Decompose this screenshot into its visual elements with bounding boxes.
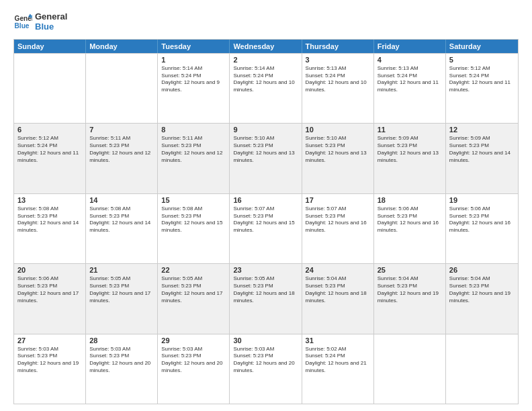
day-info: Sunrise: 5:14 AM Sunset: 5:24 PM Dayligh… <box>161 65 226 94</box>
day-info: Sunrise: 5:06 AM Sunset: 5:23 PM Dayligh… <box>449 205 515 234</box>
calendar-row: 27Sunrise: 5:03 AM Sunset: 5:23 PM Dayli… <box>14 334 518 404</box>
day-number: 12 <box>449 126 515 134</box>
calendar-day-cell: 29Sunrise: 5:03 AM Sunset: 5:23 PM Dayli… <box>158 334 230 404</box>
day-number: 19 <box>449 196 515 204</box>
calendar-row: 6Sunrise: 5:12 AM Sunset: 5:24 PM Daylig… <box>14 123 518 193</box>
day-info: Sunrise: 5:04 AM Sunset: 5:23 PM Dayligh… <box>378 275 442 304</box>
day-number: 27 <box>17 336 82 345</box>
day-number: 26 <box>449 266 515 274</box>
day-info: Sunrise: 5:04 AM Sunset: 5:23 PM Dayligh… <box>306 275 370 304</box>
calendar-row: 13Sunrise: 5:08 AM Sunset: 5:23 PM Dayli… <box>14 193 518 263</box>
calendar-day-cell: 8Sunrise: 5:11 AM Sunset: 5:23 PM Daylig… <box>158 124 230 193</box>
weekday-header: Monday <box>86 40 158 53</box>
calendar-day-cell: 20Sunrise: 5:06 AM Sunset: 5:23 PM Dayli… <box>14 264 86 333</box>
calendar-day-cell: 2Sunrise: 5:14 AM Sunset: 5:24 PM Daylig… <box>230 54 302 123</box>
day-info: Sunrise: 5:05 AM Sunset: 5:23 PM Dayligh… <box>161 275 226 304</box>
logo-general: General <box>35 12 67 22</box>
day-number: 14 <box>89 196 154 204</box>
calendar-empty-cell <box>86 54 158 123</box>
calendar-day-cell: 21Sunrise: 5:05 AM Sunset: 5:23 PM Dayli… <box>86 264 158 333</box>
calendar-day-cell: 27Sunrise: 5:03 AM Sunset: 5:23 PM Dayli… <box>14 334 86 404</box>
day-number: 24 <box>306 266 370 274</box>
day-info: Sunrise: 5:05 AM Sunset: 5:23 PM Dayligh… <box>89 275 154 304</box>
day-number: 28 <box>89 336 154 345</box>
calendar-day-cell: 16Sunrise: 5:07 AM Sunset: 5:23 PM Dayli… <box>230 194 302 263</box>
calendar: SundayMondayTuesdayWednesdayThursdayFrid… <box>13 39 519 404</box>
calendar-day-cell: 11Sunrise: 5:09 AM Sunset: 5:23 PM Dayli… <box>374 124 446 193</box>
day-info: Sunrise: 5:03 AM Sunset: 5:23 PM Dayligh… <box>17 346 82 375</box>
day-info: Sunrise: 5:08 AM Sunset: 5:23 PM Dayligh… <box>17 205 82 234</box>
calendar-day-cell: 4Sunrise: 5:13 AM Sunset: 5:24 PM Daylig… <box>374 54 446 123</box>
day-info: Sunrise: 5:06 AM Sunset: 5:23 PM Dayligh… <box>17 275 82 304</box>
day-info: Sunrise: 5:03 AM Sunset: 5:23 PM Dayligh… <box>161 346 226 375</box>
calendar-day-cell: 6Sunrise: 5:12 AM Sunset: 5:24 PM Daylig… <box>14 124 86 193</box>
weekday-header: Sunday <box>14 40 86 53</box>
calendar-day-cell: 10Sunrise: 5:10 AM Sunset: 5:23 PM Dayli… <box>302 124 374 193</box>
day-info: Sunrise: 5:08 AM Sunset: 5:23 PM Dayligh… <box>89 205 154 234</box>
calendar-empty-cell <box>446 334 518 404</box>
day-info: Sunrise: 5:10 AM Sunset: 5:23 PM Dayligh… <box>233 135 298 164</box>
day-info: Sunrise: 5:04 AM Sunset: 5:23 PM Dayligh… <box>449 275 515 304</box>
calendar-day-cell: 13Sunrise: 5:08 AM Sunset: 5:23 PM Dayli… <box>14 194 86 263</box>
header: General Blue General Blue <box>13 12 519 32</box>
day-number: 16 <box>233 196 298 204</box>
day-number: 13 <box>17 196 82 204</box>
page: General Blue General Blue SundayMondayTu… <box>0 0 532 411</box>
calendar-row: 20Sunrise: 5:06 AM Sunset: 5:23 PM Dayli… <box>14 263 518 333</box>
calendar-header: SundayMondayTuesdayWednesdayThursdayFrid… <box>14 40 518 53</box>
day-number: 1 <box>161 56 226 64</box>
day-info: Sunrise: 5:03 AM Sunset: 5:23 PM Dayligh… <box>233 346 298 375</box>
day-number: 10 <box>306 126 370 134</box>
logo-blue: Blue <box>35 22 67 32</box>
calendar-day-cell: 19Sunrise: 5:06 AM Sunset: 5:23 PM Dayli… <box>446 194 518 263</box>
calendar-day-cell: 24Sunrise: 5:04 AM Sunset: 5:23 PM Dayli… <box>302 264 374 333</box>
day-number: 31 <box>306 336 370 345</box>
calendar-day-cell: 7Sunrise: 5:11 AM Sunset: 5:23 PM Daylig… <box>86 124 158 193</box>
day-info: Sunrise: 5:09 AM Sunset: 5:23 PM Dayligh… <box>449 135 515 164</box>
calendar-day-cell: 1Sunrise: 5:14 AM Sunset: 5:24 PM Daylig… <box>158 54 230 123</box>
day-number: 17 <box>306 196 370 204</box>
logo-icon: General Blue <box>13 13 32 32</box>
day-number: 5 <box>449 56 515 64</box>
calendar-day-cell: 28Sunrise: 5:03 AM Sunset: 5:23 PM Dayli… <box>86 334 158 404</box>
day-info: Sunrise: 5:07 AM Sunset: 5:23 PM Dayligh… <box>306 205 370 234</box>
day-number: 21 <box>89 266 154 274</box>
weekday-header: Wednesday <box>230 40 302 53</box>
day-info: Sunrise: 5:12 AM Sunset: 5:24 PM Dayligh… <box>17 135 82 164</box>
day-info: Sunrise: 5:02 AM Sunset: 5:24 PM Dayligh… <box>306 346 370 375</box>
weekday-header: Friday <box>374 40 446 53</box>
day-number: 30 <box>233 336 298 345</box>
calendar-day-cell: 15Sunrise: 5:08 AM Sunset: 5:23 PM Dayli… <box>158 194 230 263</box>
calendar-day-cell: 22Sunrise: 5:05 AM Sunset: 5:23 PM Dayli… <box>158 264 230 333</box>
weekday-header: Saturday <box>446 40 518 53</box>
calendar-day-cell: 23Sunrise: 5:05 AM Sunset: 5:23 PM Dayli… <box>230 264 302 333</box>
day-info: Sunrise: 5:14 AM Sunset: 5:24 PM Dayligh… <box>233 65 298 94</box>
day-number: 23 <box>233 266 298 274</box>
calendar-row: 1Sunrise: 5:14 AM Sunset: 5:24 PM Daylig… <box>14 53 518 123</box>
day-number: 2 <box>233 56 298 64</box>
weekday-header: Tuesday <box>158 40 230 53</box>
day-number: 18 <box>378 196 442 204</box>
calendar-day-cell: 9Sunrise: 5:10 AM Sunset: 5:23 PM Daylig… <box>230 124 302 193</box>
day-number: 29 <box>161 336 226 345</box>
calendar-day-cell: 3Sunrise: 5:13 AM Sunset: 5:24 PM Daylig… <box>302 54 374 123</box>
calendar-day-cell: 18Sunrise: 5:06 AM Sunset: 5:23 PM Dayli… <box>374 194 446 263</box>
day-info: Sunrise: 5:08 AM Sunset: 5:23 PM Dayligh… <box>161 205 226 234</box>
calendar-day-cell: 25Sunrise: 5:04 AM Sunset: 5:23 PM Dayli… <box>374 264 446 333</box>
day-number: 3 <box>306 56 370 64</box>
day-info: Sunrise: 5:03 AM Sunset: 5:23 PM Dayligh… <box>89 346 154 375</box>
day-info: Sunrise: 5:09 AM Sunset: 5:23 PM Dayligh… <box>378 135 442 164</box>
svg-text:Blue: Blue <box>15 21 30 29</box>
day-number: 15 <box>161 196 226 204</box>
day-number: 8 <box>161 126 226 134</box>
calendar-empty-cell <box>374 334 446 404</box>
day-number: 9 <box>233 126 298 134</box>
calendar-day-cell: 31Sunrise: 5:02 AM Sunset: 5:24 PM Dayli… <box>302 334 374 404</box>
day-info: Sunrise: 5:06 AM Sunset: 5:23 PM Dayligh… <box>378 205 442 234</box>
day-info: Sunrise: 5:11 AM Sunset: 5:23 PM Dayligh… <box>89 135 154 164</box>
calendar-day-cell: 12Sunrise: 5:09 AM Sunset: 5:23 PM Dayli… <box>446 124 518 193</box>
day-number: 20 <box>17 266 82 274</box>
day-info: Sunrise: 5:11 AM Sunset: 5:23 PM Dayligh… <box>161 135 226 164</box>
day-info: Sunrise: 5:05 AM Sunset: 5:23 PM Dayligh… <box>233 275 298 304</box>
calendar-day-cell: 17Sunrise: 5:07 AM Sunset: 5:23 PM Dayli… <box>302 194 374 263</box>
